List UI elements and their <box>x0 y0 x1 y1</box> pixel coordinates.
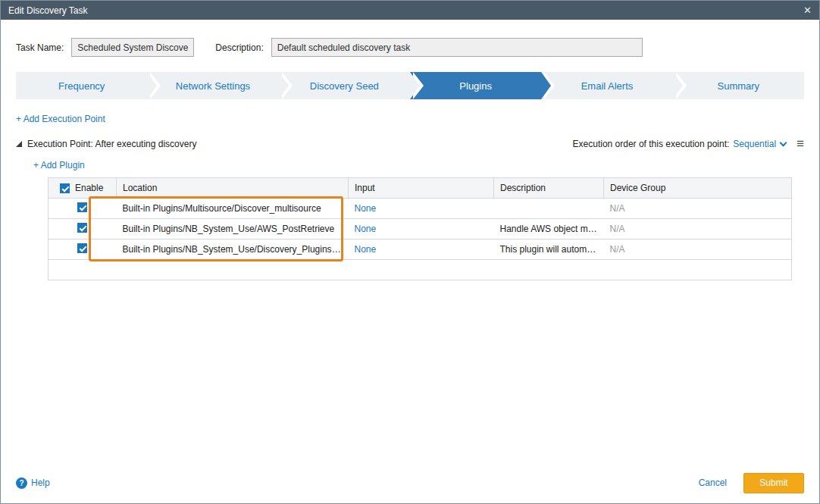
description-input[interactable] <box>271 38 643 57</box>
row-checkbox[interactable] <box>77 243 87 253</box>
tab-frequency[interactable]: Frequency <box>16 72 147 99</box>
table-row: Built-in Plugins/NB_System_Use/AWS_PostR… <box>49 219 792 239</box>
edit-discovery-task-dialog: Edit Discovery Task ✕ Task Name: Descrip… <box>0 0 820 504</box>
task-name-input[interactable] <box>71 38 194 57</box>
close-icon[interactable]: ✕ <box>803 5 812 16</box>
tab-summary-label: Summary <box>717 80 759 92</box>
header-input: Input <box>349 178 494 199</box>
row-checkbox[interactable] <box>77 223 87 233</box>
plugin-input-link[interactable]: None <box>355 244 377 255</box>
plugin-description: Handle AWS object mode... <box>494 219 604 239</box>
tab-frequency-label: Frequency <box>58 80 105 92</box>
dialog-content: Task Name: Description: Frequency Networ… <box>1 20 819 468</box>
execution-order-value: Sequential <box>733 139 776 149</box>
plugin-input-link[interactable]: None <box>355 224 377 234</box>
help-icon: ? <box>16 477 27 489</box>
dialog-titlebar: Edit Discovery Task ✕ <box>1 1 819 20</box>
tab-email-alerts[interactable]: Email Alerts <box>541 72 672 99</box>
task-name-label: Task Name: <box>16 42 64 53</box>
plugin-location: Built-in Plugins/NB_System_Use/Discovery… <box>117 239 349 260</box>
help-link[interactable]: ? Help <box>16 477 50 489</box>
table-row: Built-in Plugins/NB_System_Use/Discovery… <box>49 239 792 260</box>
collapse-triangle-icon[interactable] <box>16 141 22 147</box>
header-location: Location <box>117 178 349 199</box>
execution-order-label: Execution order of this execution point: <box>573 139 730 149</box>
plugins-table: Enable Location Input Description Device… <box>48 177 792 280</box>
select-all-checkbox[interactable] <box>60 183 70 193</box>
table-empty-row <box>49 260 792 280</box>
plugin-description: This plugin will automatic... <box>494 239 604 260</box>
execution-point-body: + Add Plugin Enable <box>33 150 804 280</box>
tab-summary[interactable]: Summary <box>673 72 804 99</box>
plugin-location: Built-in Plugins/Multisource/Discover_mu… <box>117 199 349 219</box>
tab-plugins-label: Plugins <box>459 80 492 92</box>
execution-order-dropdown[interactable]: Sequential <box>733 139 786 149</box>
task-form-row: Task Name: Description: <box>16 38 804 57</box>
tab-network-settings-label: Network Settings <box>176 80 250 92</box>
tab-discovery-seed-label: Discovery Seed <box>310 80 379 92</box>
tab-discovery-seed[interactable]: Discovery Seed <box>279 72 410 99</box>
tab-network-settings[interactable]: Network Settings <box>147 72 278 99</box>
plugin-device-group: N/A <box>604 219 792 239</box>
plugin-input-link[interactable]: None <box>355 203 377 214</box>
plugin-description <box>494 199 604 219</box>
header-device-group: Device Group <box>604 178 792 199</box>
execution-point-title: Execution Point: After executing discove… <box>27 139 196 149</box>
cancel-button[interactable]: Cancel <box>699 477 727 488</box>
add-plugin-link[interactable]: + Add Plugin <box>33 160 85 171</box>
plugin-device-group: N/A <box>604 199 792 219</box>
tab-plugins[interactable]: Plugins <box>410 72 541 99</box>
header-enable: Enable <box>49 178 117 199</box>
tab-email-alerts-label: Email Alerts <box>581 80 634 92</box>
execution-point-header: Execution Point: After executing discove… <box>16 137 804 150</box>
submit-button[interactable]: Submit <box>743 473 804 493</box>
table-row: Built-in Plugins/Multisource/Discover_mu… <box>49 199 792 219</box>
description-label: Description: <box>215 42 263 53</box>
header-enable-label: Enable <box>75 183 103 193</box>
plugin-device-group: N/A <box>604 239 792 260</box>
header-description: Description <box>494 178 604 199</box>
plugins-table-wrap: Enable Location Input Description Device… <box>48 177 791 280</box>
row-checkbox[interactable] <box>77 202 87 212</box>
table-header-row: Enable Location Input Description Device… <box>49 178 792 199</box>
plugin-location: Built-in Plugins/NB_System_Use/AWS_PostR… <box>117 219 349 239</box>
add-execution-point-link[interactable]: + Add Execution Point <box>16 114 105 124</box>
dialog-footer: ? Help Cancel Submit <box>1 468 819 503</box>
dialog-title: Edit Discovery Task <box>8 5 87 16</box>
help-label: Help <box>31 477 50 488</box>
wizard-tab-strip: Frequency Network Settings Discovery See… <box>16 72 804 99</box>
chevron-down-icon <box>780 139 787 146</box>
menu-icon[interactable]: ≡ <box>797 137 804 150</box>
